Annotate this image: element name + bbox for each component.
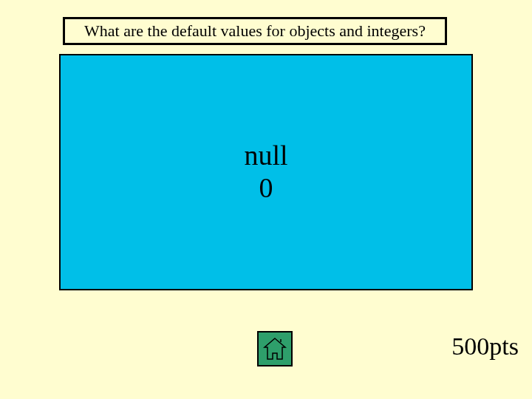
- answer-line-1: null: [244, 140, 287, 172]
- question-box: What are the default values for objects …: [63, 17, 447, 45]
- points-label: 500pts: [451, 332, 519, 361]
- svg-marker-0: [265, 338, 285, 359]
- home-icon: [262, 335, 288, 362]
- question-text: What are the default values for objects …: [84, 21, 426, 41]
- answer-line-2: 0: [259, 172, 273, 205]
- answer-box: null 0: [59, 54, 473, 290]
- home-button[interactable]: [257, 331, 293, 366]
